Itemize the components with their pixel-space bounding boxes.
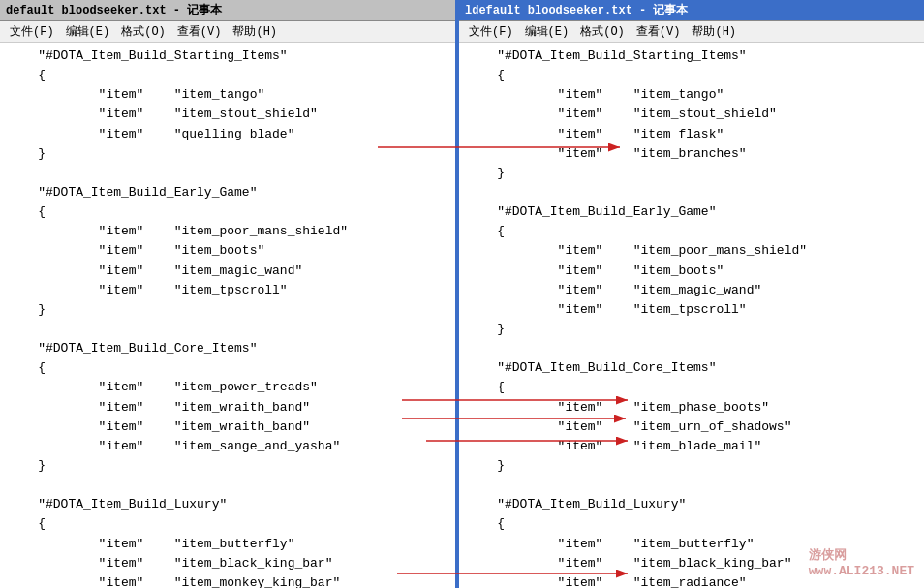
right-menu-help[interactable]: 帮助(H)	[686, 22, 742, 41]
left-title-text: default_bloodseeker.txt - 记事本	[6, 2, 222, 18]
left-menu-view[interactable]: 查看(V)	[171, 22, 228, 41]
right-content-area[interactable]: "#DOTA_Item_Build_Starting_Items" { "ite…	[459, 43, 924, 588]
left-menu-format[interactable]: 格式(O)	[115, 22, 171, 41]
right-notepad-window: ldefault_bloodseeker.txt - 记事本 文件(F) 编辑(…	[459, 0, 924, 588]
right-menu-format[interactable]: 格式(O)	[574, 22, 631, 41]
left-title-bar: default_bloodseeker.txt - 记事本	[0, 0, 455, 21]
right-menu-bar: 文件(F) 编辑(E) 格式(O) 查看(V) 帮助(H)	[459, 21, 924, 43]
left-menu-bar: 文件(F) 编辑(E) 格式(O) 查看(V) 帮助(H)	[0, 21, 455, 43]
right-menu-file[interactable]: 文件(F)	[463, 22, 519, 41]
left-menu-edit[interactable]: 编辑(E)	[60, 22, 116, 41]
left-content-area[interactable]: "#DOTA_Item_Build_Starting_Items" { "ite…	[0, 43, 455, 588]
right-menu-view[interactable]: 查看(V)	[631, 22, 687, 41]
left-menu-help[interactable]: 帮助(H)	[227, 22, 283, 41]
left-menu-file[interactable]: 文件(F)	[4, 22, 60, 41]
right-menu-edit[interactable]: 编辑(E)	[519, 22, 575, 41]
left-notepad-window: default_bloodseeker.txt - 记事本 文件(F) 编辑(E…	[0, 0, 455, 588]
right-title-bar: ldefault_bloodseeker.txt - 记事本	[459, 0, 924, 21]
right-title-text: ldefault_bloodseeker.txt - 记事本	[465, 2, 688, 18]
